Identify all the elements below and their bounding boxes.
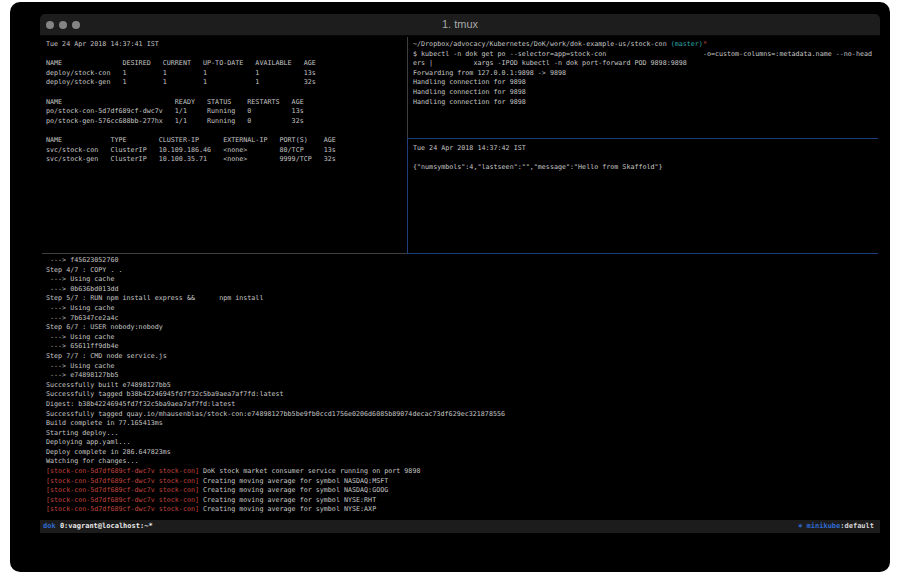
stock-con-log-line: [stock-con-5d7df689cf-dwc7v stock-con] D… xyxy=(46,467,876,477)
tmux-status-bar: dok 0:vagrant@localhost:~* ⎈ minikube:de… xyxy=(40,520,880,533)
log-pod-prefix: [stock-con-5d7df689cf-dwc7v stock-con] xyxy=(46,486,199,494)
build-log-text: ---> f45623052760 Step 4/7 : COPY . . --… xyxy=(46,256,876,467)
pane-port-forward[interactable]: ~/Dropbox/advocacy/Kubernetes/DoK/work/d… xyxy=(413,40,876,136)
tmux-window-tab[interactable]: 0:vagrant@localhost:~* xyxy=(60,522,153,530)
log-pod-prefix: [stock-con-5d7df689cf-dwc7v stock-con] xyxy=(46,496,199,504)
pane-divider-horizontal-active-top[interactable] xyxy=(408,138,878,139)
log-message: Creating moving average for symbol NASDA… xyxy=(199,486,388,494)
status-left: dok 0:vagrant@localhost:~* xyxy=(43,520,153,533)
pane-build-log[interactable]: ---> f45623052760 Step 4/7 : COPY . . --… xyxy=(46,256,876,518)
pane-skaffold-output[interactable]: Tue 24 Apr 2018 14:37:42 IST {"numsymbol… xyxy=(413,144,876,251)
log-pod-prefix: [stock-con-5d7df689cf-dwc7v stock-con] xyxy=(46,505,199,513)
log-message: Creating moving average for symbol NASDA… xyxy=(199,477,388,485)
log-pod-prefix: [stock-con-5d7df689cf-dwc7v stock-con] xyxy=(46,467,199,475)
log-message: DoK stock market consumer service runnin… xyxy=(199,467,420,475)
git-branch-label: (master) xyxy=(667,40,703,48)
status-right: ⎈ minikube:default xyxy=(798,520,874,533)
tmux-session-name: dok xyxy=(43,522,56,530)
kube-context-name: minikube xyxy=(807,522,841,530)
window-title: 1. tmux xyxy=(40,18,880,30)
kube-namespace: :default xyxy=(840,522,874,530)
pane-divider-horizontal-inactive[interactable] xyxy=(42,253,407,254)
window-titlebar[interactable]: 1. tmux xyxy=(40,14,880,36)
git-dirty-indicator: * xyxy=(703,40,707,48)
pane-divider-vertical-inactive[interactable] xyxy=(407,37,408,138)
slide-background: 1. tmux Tue 24 Apr 2018 14:37:41 IST NAM… xyxy=(10,2,890,572)
terminal-content: Tue 24 Apr 2018 14:37:41 IST NAME DESIRE… xyxy=(40,36,880,533)
stock-con-log-line: [stock-con-5d7df689cf-dwc7v stock-con] C… xyxy=(46,505,876,515)
screenshot-page: 1. tmux Tue 24 Apr 2018 14:37:41 IST NAM… xyxy=(0,0,900,574)
kubectl-watch-output: Tue 24 Apr 2018 14:37:41 IST NAME DESIRE… xyxy=(46,40,404,165)
pane-kubectl-watch[interactable]: Tue 24 Apr 2018 14:37:41 IST NAME DESIRE… xyxy=(46,40,404,250)
stock-con-log-line: [stock-con-5d7df689cf-dwc7v stock-con] C… xyxy=(46,477,876,487)
log-pod-prefix: [stock-con-5d7df689cf-dwc7v stock-con] xyxy=(46,477,199,485)
port-forward-body: $ kubectl -n dok get po --selector=app=s… xyxy=(413,50,872,106)
pane-divider-vertical-active[interactable] xyxy=(407,138,408,254)
log-message: Creating moving average for symbol NYSE:… xyxy=(199,496,376,504)
port-forward-output: ~/Dropbox/advocacy/Kubernetes/DoK/work/d… xyxy=(413,40,876,107)
stock-con-log-line: [stock-con-5d7df689cf-dwc7v stock-con] C… xyxy=(46,486,876,496)
prompt-path: ~/Dropbox/advocacy/Kubernetes/DoK/work/d… xyxy=(413,40,667,48)
log-message: Creating moving average for symbol NYSE:… xyxy=(199,505,376,513)
stock-con-log-line: [stock-con-5d7df689cf-dwc7v stock-con] C… xyxy=(46,496,876,506)
pane-divider-horizontal-active-bottom[interactable] xyxy=(407,253,878,254)
skaffold-output-text: Tue 24 Apr 2018 14:37:42 IST {"numsymbol… xyxy=(413,144,876,173)
